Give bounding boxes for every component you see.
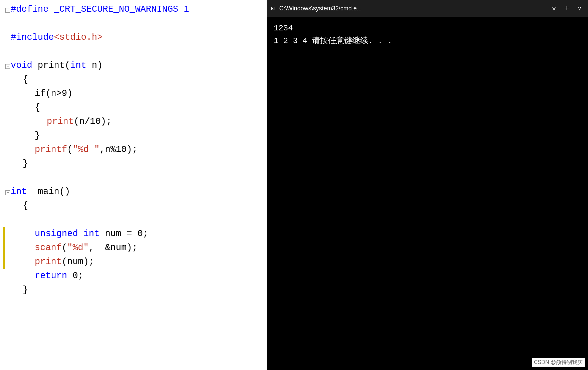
fold-icon[interactable]: − — [5, 190, 10, 195]
fold-icon[interactable]: − — [5, 64, 10, 69]
code-line — [3, 213, 267, 227]
fold-icon[interactable]: − — [5, 8, 10, 13]
code-line: printf("%d ",n%10); — [3, 143, 267, 157]
code-line: { — [3, 199, 267, 213]
terminal-close-button[interactable]: ✕ — [549, 3, 559, 14]
terminal-pane: ⊡ C:\Windows\system32\cmd.e... ✕ + ∨ 123… — [267, 0, 588, 370]
code-line: } — [3, 283, 267, 297]
code-line: −void print(int n) — [3, 59, 267, 73]
code-line: print(num); — [3, 255, 267, 269]
code-line: scanf("%d", &num); — [3, 241, 267, 255]
code-line — [3, 171, 267, 185]
code-line: { — [3, 101, 267, 115]
terminal-icon: ⊡ — [271, 5, 275, 12]
code-editor: −#define _CRT_SECURE_NO_WARNINGS 1#inclu… — [0, 0, 267, 370]
terminal-titlebar: ⊡ C:\Windows\system32\cmd.e... ✕ + ∨ — [267, 0, 588, 17]
code-line: return 0; — [3, 269, 267, 283]
watermark: CSDN @颅特别我庆 — [532, 358, 585, 367]
terminal-body: 1234 1 2 3 4 请按任意键继续. . . — [267, 17, 588, 370]
code-line: #include<stdio.h> — [3, 31, 267, 45]
code-line: −int main() — [3, 185, 267, 199]
code-line: unsigned int num = 0; — [3, 227, 267, 241]
code-line: print(n/10); — [3, 115, 267, 129]
terminal-add-button[interactable]: + — [562, 3, 572, 14]
code-content: −#define _CRT_SECURE_NO_WARNINGS 1#inclu… — [0, 0, 267, 300]
terminal-chevron-button[interactable]: ∨ — [575, 3, 584, 13]
code-line: { — [3, 73, 267, 87]
code-line: −#define _CRT_SECURE_NO_WARNINGS 1 — [3, 3, 267, 17]
code-line — [3, 45, 267, 59]
code-line — [3, 17, 267, 31]
terminal-output-line1: 1234 — [274, 22, 581, 35]
terminal-title: C:\Windows\system32\cmd.e... — [279, 5, 546, 12]
code-line: } — [3, 157, 267, 171]
code-line: } — [3, 129, 267, 143]
terminal-output-line2: 1 2 3 4 请按任意键继续. . . — [274, 35, 581, 47]
code-line: if(n>9) — [3, 87, 267, 101]
